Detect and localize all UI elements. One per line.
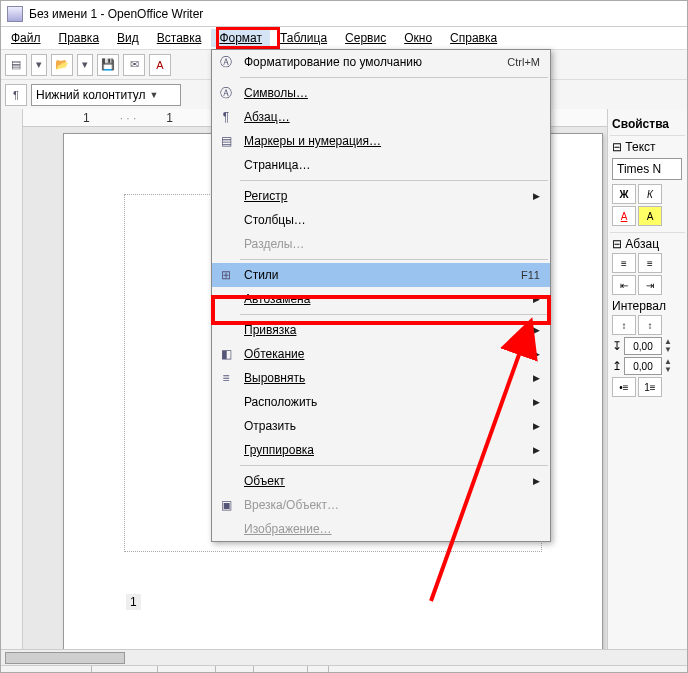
open-arrow[interactable]: ▾ [77,54,93,76]
sidebar-title: Свойства [610,113,685,135]
align-icon: ≡ [212,371,240,385]
menu-item-case[interactable]: Регистр ▶ [212,184,550,208]
indent-below-spinner[interactable]: ↥0,00▲▼ [612,357,683,375]
horizontal-scrollbar[interactable] [1,649,687,665]
page-number-field[interactable]: 1 [126,594,141,610]
menu-item-characters[interactable]: Ⓐ Символы… [212,81,550,105]
menu-item-align[interactable]: ≡ Выровнять ▶ [212,366,550,390]
menu-view[interactable]: Вид [109,29,147,47]
spacing-dec-button[interactable]: ↕ [638,315,662,335]
menu-bar: Файл Правка Вид Вставка Формат Таблица С… [1,27,687,49]
status-modified: * [308,666,329,673]
submenu-arrow-icon: ▶ [525,445,540,455]
numbering-button[interactable]: 1≡ [638,377,662,397]
vertical-ruler[interactable] [1,109,23,649]
bullets-icon: ▤ [212,134,240,148]
clear-format-icon: Ⓐ [212,54,240,71]
spacing-inc-button[interactable]: ↕ [612,315,636,335]
paragraph-style-value: Нижний колонтитул [36,88,146,102]
submenu-arrow-icon: ▶ [525,325,540,335]
status-language[interactable]: Русский [158,666,216,673]
submenu-arrow-icon: ▶ [525,397,540,407]
menu-item-group[interactable]: Группировка ▶ [212,438,550,462]
highlight-color-button[interactable]: A [638,206,662,226]
status-insert-mode[interactable]: ВСТ [216,666,254,673]
align-left-button[interactable]: ≡ [612,253,636,273]
submenu-arrow-icon: ▶ [525,476,540,486]
wrap-icon: ◧ [212,347,240,361]
open-button[interactable]: 📂 [51,54,73,76]
paragraph-style-combo[interactable]: Нижний колонтитул ▼ [31,84,181,106]
indent-above-spinner[interactable]: ↧0,00▲▼ [612,337,683,355]
new-doc-button[interactable]: ▤ [5,54,27,76]
menu-item-flip[interactable]: Отразить ▶ [212,414,550,438]
menu-item-object[interactable]: Объект ▶ [212,469,550,493]
menu-table[interactable]: Таблица [272,29,335,47]
sidebar-group-text[interactable]: ⊟ Текст [612,140,683,154]
paragraph-icon: ¶ [212,110,240,124]
italic-button[interactable]: К [638,184,662,204]
bullets-button[interactable]: •≡ [612,377,636,397]
font-color-button[interactable]: A [612,206,636,226]
submenu-arrow-icon: ▶ [525,294,540,304]
scrollbar-thumb[interactable] [5,652,125,664]
pdf-button[interactable]: A [149,54,171,76]
status-selection-mode[interactable]: СТАНД [254,666,308,673]
font-name-combo[interactable]: Times N [612,158,682,180]
format-dropdown-menu: Ⓐ Форматирование по умолчанию Ctrl+M Ⓐ С… [211,49,551,542]
sidebar-group-paragraph[interactable]: ⊟ Абзац [612,237,683,251]
app-icon [7,6,23,22]
menu-item-page[interactable]: Страница… [212,153,550,177]
menu-item-paragraph[interactable]: ¶ Абзац… [212,105,550,129]
submenu-arrow-icon: ▶ [525,349,540,359]
chevron-down-icon: ▼ [150,90,159,100]
styles-dialog-button[interactable]: ¶ [5,84,27,106]
new-doc-arrow[interactable]: ▾ [31,54,47,76]
status-bar: Страница 1 / 1 Обычный Русский ВСТ СТАНД… [1,665,687,673]
menu-item-styles[interactable]: ⊞ Стили F11 [212,263,550,287]
spacing-label: Интервал [612,299,683,313]
menu-item-wrap[interactable]: ◧ Обтекание ▶ [212,342,550,366]
email-button[interactable]: ✉ [123,54,145,76]
submenu-arrow-icon: ▶ [525,191,540,201]
align-center-button[interactable]: ≡ [638,253,662,273]
submenu-arrow-icon: ▶ [525,421,540,431]
character-icon: Ⓐ [212,85,240,102]
submenu-arrow-icon: ▶ [525,373,540,383]
status-style[interactable]: Обычный [92,666,158,673]
title-bar: Без имени 1 - OpenOffice Writer [1,1,687,27]
sidebar-properties: Свойства ⊟ Текст Times N Ж К A A ⊟ Абзац… [607,109,687,649]
menu-item-sections: Разделы… [212,232,550,256]
menu-item-default-formatting[interactable]: Ⓐ Форматирование по умолчанию Ctrl+M [212,50,550,74]
menu-tools[interactable]: Сервис [337,29,394,47]
menu-edit[interactable]: Правка [51,29,108,47]
save-button[interactable]: 💾 [97,54,119,76]
menu-item-anchor[interactable]: Привязка ▶ [212,318,550,342]
status-page[interactable]: Страница 1 / 1 [1,666,92,673]
menu-item-autocorrect[interactable]: Автозамена ▶ [212,287,550,311]
menu-item-frame: ▣ Врезка/Объект… [212,493,550,517]
menu-insert[interactable]: Вставка [149,29,210,47]
window-title: Без имени 1 - OpenOffice Writer [29,7,203,21]
menu-item-arrange[interactable]: Расположить ▶ [212,390,550,414]
menu-item-image: Изображение… [212,517,550,541]
menu-window[interactable]: Окно [396,29,440,47]
indent-increase-button[interactable]: ⇥ [638,275,662,295]
frame-icon: ▣ [212,498,240,512]
menu-help[interactable]: Справка [442,29,505,47]
menu-item-columns[interactable]: Столбцы… [212,208,550,232]
menu-item-bullets[interactable]: ▤ Маркеры и нумерация… [212,129,550,153]
menu-format[interactable]: Формат [211,29,270,47]
styles-icon: ⊞ [212,268,240,282]
bold-button[interactable]: Ж [612,184,636,204]
menu-file[interactable]: Файл [3,29,49,47]
indent-decrease-button[interactable]: ⇤ [612,275,636,295]
